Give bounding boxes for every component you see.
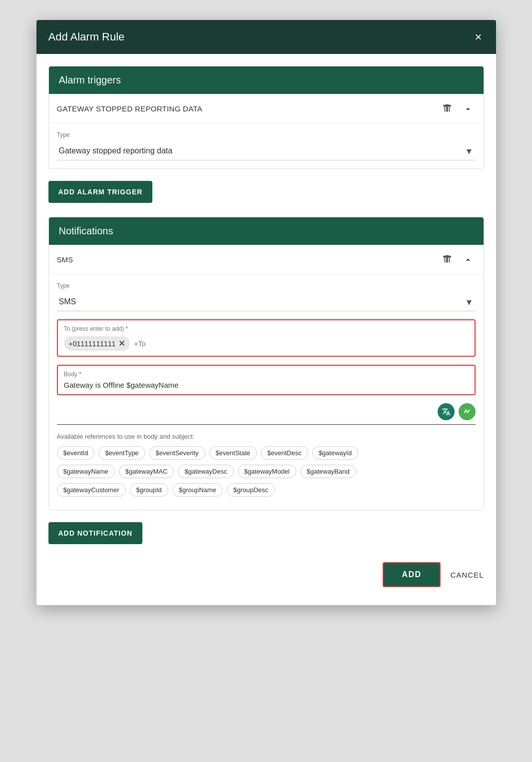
sms-type-label: Type: [57, 282, 476, 289]
collapse-trigger-button[interactable]: [461, 101, 476, 116]
add-notification-button[interactable]: ADD NOTIFICATION: [48, 522, 143, 544]
ref-chip[interactable]: $groupId: [130, 483, 168, 497]
refs-row: $gatewayCustomer$groupId$groupName$group…: [57, 483, 476, 497]
ref-chip[interactable]: $groupDesc: [227, 483, 275, 497]
sms-label: SMS: [57, 255, 73, 264]
ref-chip[interactable]: $gatewayModel: [238, 465, 296, 478]
ref-chip[interactable]: $gatewayCustomer: [57, 483, 126, 497]
ref-chip[interactable]: $eventSeverity: [149, 446, 205, 460]
translate-button[interactable]: [438, 403, 455, 420]
trigger-actions: [440, 101, 476, 116]
sms-type-select-wrapper: SMS ▾: [57, 292, 476, 311]
toolbar-row: [57, 403, 476, 420]
notifications-card: Notifications SMS: [48, 217, 484, 510]
ref-chip[interactable]: $gatewayName: [57, 465, 115, 478]
ref-chip[interactable]: $gatewayId: [312, 446, 359, 460]
trash-icon: [442, 103, 453, 114]
ref-chip[interactable]: $eventType: [98, 446, 145, 460]
close-button[interactable]: ×: [473, 29, 484, 45]
ref-chip[interactable]: $eventState: [209, 446, 257, 460]
body-text: Gateway is Offline $gatewayName: [64, 381, 469, 389]
type-select[interactable]: Gateway stopped reporting data: [57, 141, 476, 160]
ref-chip[interactable]: $gatewayDesc: [178, 465, 233, 478]
chip-value: +01111111111: [69, 340, 116, 348]
trigger-name: GATEWAY STOPPED REPORTING DATA: [57, 104, 203, 113]
chevron-up-icon: [463, 103, 474, 114]
refs-label: Available references to use in body and …: [57, 433, 476, 440]
sms-body: Type SMS ▾ To (press enter to add) *: [49, 274, 484, 510]
modal-body: Alarm triggers GATEWAY STOPPED REPORTING…: [36, 54, 496, 605]
to-field[interactable]: To (press enter to add) * +01111111111 ✕: [57, 319, 476, 357]
cancel-button[interactable]: CANCEL: [451, 571, 484, 579]
sms-type-select[interactable]: SMS: [57, 292, 476, 311]
to-field-label: To (press enter to add) *: [64, 325, 469, 332]
add-alarm-trigger-button[interactable]: ADD ALARM TRIGGER: [48, 181, 153, 203]
phone-chip: +01111111111 ✕: [64, 336, 130, 351]
notifications-section: Notifications SMS: [48, 217, 484, 510]
trigger-item: GATEWAY STOPPED REPORTING DATA: [49, 94, 484, 168]
body-field[interactable]: Body * Gateway is Offline $gatewayName: [57, 365, 476, 395]
sms-type-wrapper: Type SMS ▾: [57, 282, 476, 311]
type-select-wrapper: Gateway stopped reporting data ▾: [57, 141, 476, 160]
ref-chip[interactable]: $eventDesc: [261, 446, 308, 460]
trigger-row: GATEWAY STOPPED REPORTING DATA: [49, 94, 484, 123]
footer-actions: ADD CANCEL: [48, 556, 484, 593]
alarm-triggers-title: Alarm triggers: [59, 74, 121, 85]
delete-trigger-button[interactable]: [440, 101, 455, 116]
to-input[interactable]: [134, 340, 221, 348]
delete-sms-button[interactable]: [440, 252, 455, 267]
refs-container: $eventId$eventType$eventSeverity$eventSt…: [57, 446, 476, 497]
chips-row: +01111111111 ✕: [64, 336, 469, 351]
trash-icon: [442, 254, 453, 265]
type-label: Type: [57, 131, 476, 138]
refs-row: $eventId$eventType$eventSeverity$eventSt…: [57, 446, 476, 460]
sms-header-row: SMS: [49, 245, 484, 274]
trigger-details: Type Gateway stopped reporting data ▾: [49, 123, 484, 168]
chip-close-button[interactable]: ✕: [118, 339, 125, 348]
notifications-title: Notifications: [59, 225, 113, 236]
refs-row: $gatewayName$gatewayMAC$gatewayDesc$gate…: [57, 465, 476, 478]
chevron-up-icon: [463, 254, 474, 265]
add-button[interactable]: ADD: [383, 562, 440, 587]
collapse-sms-button[interactable]: [461, 252, 476, 267]
spell-check-icon: [463, 407, 472, 416]
grammar-button[interactable]: [459, 403, 476, 420]
divider: [57, 424, 476, 425]
ref-chip[interactable]: $gatewayBand: [300, 465, 356, 478]
modal-title: Add Alarm Rule: [48, 30, 125, 43]
body-field-label: Body *: [64, 371, 469, 378]
alarm-triggers-section: Alarm triggers GATEWAY STOPPED REPORTING…: [48, 66, 484, 169]
sms-actions: [440, 252, 476, 267]
modal-header: Add Alarm Rule ×: [36, 20, 496, 54]
ref-chip[interactable]: $gatewayMAC: [119, 465, 174, 478]
translate-icon: [442, 407, 451, 416]
notifications-header: Notifications: [49, 217, 484, 245]
sms-item: SMS: [49, 245, 484, 510]
ref-chip[interactable]: $eventId: [57, 446, 95, 460]
ref-chip[interactable]: $groupName: [172, 483, 223, 497]
alarm-triggers-header: Alarm triggers: [49, 66, 484, 94]
modal: Add Alarm Rule × Alarm triggers GATEWAY …: [36, 20, 496, 605]
